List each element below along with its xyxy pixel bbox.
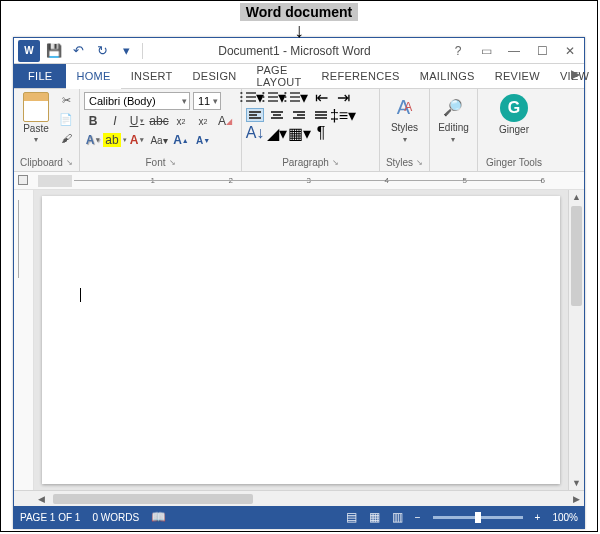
tab-references[interactable]: REFERENCES <box>312 64 410 88</box>
group-ginger: G Ginger Ginger Tools <box>478 89 550 171</box>
change-case-button[interactable]: Aa▾ <box>150 132 168 148</box>
view-web-layout-button[interactable]: ▥ <box>392 510 403 524</box>
subscript-button[interactable]: x2 <box>172 113 190 129</box>
group-label-clipboard: Clipboard↘ <box>14 156 79 171</box>
zoom-level[interactable]: 100% <box>552 512 578 523</box>
scroll-up-icon[interactable]: ▲ <box>569 192 584 202</box>
status-words[interactable]: 0 WORDS <box>92 512 139 523</box>
help-button[interactable]: ? <box>444 38 472 64</box>
group-paragraph: ▾ ▾ ▾ ⇤ ⇥ ‡≡▾ A↓ ◢▾ <box>242 89 380 171</box>
borders-button[interactable]: ▦▾ <box>290 126 308 140</box>
text-effects-button[interactable]: A <box>84 132 102 148</box>
tab-page-layout[interactable]: PAGE LAYOUT <box>247 64 312 88</box>
tab-review[interactable]: REVIEW <box>485 64 550 88</box>
bold-button[interactable]: B <box>84 113 102 129</box>
qat-customize-button[interactable]: ▾ <box>116 41 136 61</box>
horizontal-ruler[interactable] <box>14 172 584 190</box>
sort-button[interactable]: A↓ <box>246 126 264 140</box>
strikethrough-button[interactable]: abc <box>150 113 168 129</box>
shading-button[interactable]: ◢▾ <box>268 126 286 140</box>
tab-mailings[interactable]: MAILINGS <box>410 64 485 88</box>
zoom-slider-knob[interactable] <box>475 512 481 523</box>
paste-icon <box>23 92 49 122</box>
justify-button[interactable] <box>312 108 330 122</box>
decrease-indent-button[interactable]: ⇤ <box>312 90 330 104</box>
multilevel-list-button[interactable]: ▾ <box>290 90 308 104</box>
scroll-down-icon[interactable]: ▼ <box>569 478 584 488</box>
grow-font-button[interactable]: A▲ <box>172 132 190 148</box>
tab-insert[interactable]: INSERT <box>121 64 183 88</box>
font-color-button[interactable]: A <box>128 132 146 148</box>
scroll-right-icon[interactable]: ▶ <box>569 494 584 504</box>
tab-selector-icon[interactable] <box>18 175 28 185</box>
copy-button[interactable]: 📄 <box>57 111 75 127</box>
zoom-out-button[interactable]: − <box>415 512 421 523</box>
scroll-thumb-horizontal[interactable] <box>53 494 253 504</box>
superscript-button[interactable]: x2 <box>194 113 212 129</box>
minimize-button[interactable]: — <box>500 38 528 64</box>
horizontal-scrollbar[interactable]: ◀ ▶ <box>14 490 584 506</box>
font-launcher-icon[interactable]: ↘ <box>169 158 176 167</box>
align-left-button[interactable] <box>246 108 264 122</box>
vertical-ruler[interactable] <box>14 190 34 490</box>
qat-redo-button[interactable]: ↻ <box>92 41 112 61</box>
tab-design[interactable]: DESIGN <box>183 64 247 88</box>
close-button[interactable]: ✕ <box>556 38 584 64</box>
cut-button[interactable]: ✂ <box>57 92 75 108</box>
qat-separator <box>142 43 143 59</box>
view-print-layout-button[interactable]: ▦ <box>369 510 380 524</box>
underline-button[interactable]: U <box>128 113 146 129</box>
align-right-button[interactable] <box>290 108 308 122</box>
increase-indent-button[interactable]: ⇥ <box>334 90 352 104</box>
qat-save-button[interactable]: 💾 <box>44 41 64 61</box>
tab-home[interactable]: HOME <box>66 64 120 88</box>
maximize-button[interactable]: ☐ <box>528 38 556 64</box>
vertical-scrollbar[interactable]: ▲ ▼ <box>568 190 584 490</box>
tab-file[interactable]: FILE <box>14 64 66 88</box>
scroll-thumb-vertical[interactable] <box>571 206 582 306</box>
title-bar: W 💾 ↶ ↻ ▾ Document1 - Microsoft Word ? ▭… <box>14 38 584 64</box>
group-label-paragraph: Paragraph↘ <box>242 156 379 171</box>
editing-button-label: Editing <box>438 122 469 133</box>
font-size-combo[interactable]: 11 <box>193 92 221 110</box>
ginger-icon: G <box>500 94 528 122</box>
styles-launcher-icon[interactable]: ↘ <box>416 158 423 167</box>
font-name-combo[interactable]: Calibri (Body) <box>84 92 190 110</box>
scroll-left-icon[interactable]: ◀ <box>34 494 49 504</box>
align-center-button[interactable] <box>268 108 286 122</box>
ribbon-display-button[interactable]: ▭ <box>472 38 500 64</box>
clear-formatting-button[interactable]: A◢ <box>216 113 234 129</box>
group-editing: 🔎 Editing ▾ <box>430 89 478 171</box>
ginger-button[interactable]: G Ginger <box>495 92 533 135</box>
ginger-button-label: Ginger <box>499 124 529 135</box>
line-spacing-button[interactable]: ‡≡▾ <box>334 108 352 122</box>
editing-button[interactable]: 🔎 Editing ▾ <box>434 92 473 144</box>
ribbon: Paste ▾ ✂ 📄 🖌 Clipboard↘ Calibri (Body) <box>14 88 584 172</box>
view-read-mode-button[interactable]: ▤ <box>346 510 357 524</box>
document-page[interactable] <box>42 196 560 484</box>
styles-icon: AA <box>391 94 419 120</box>
zoom-slider[interactable] <box>433 516 523 519</box>
tabs-scroll-right-icon[interactable]: ▶ <box>571 67 580 81</box>
styles-button[interactable]: AA Styles ▾ <box>387 92 423 144</box>
status-proofing-icon[interactable]: 📖 <box>151 510 166 524</box>
paragraph-launcher-icon[interactable]: ↘ <box>332 158 339 167</box>
zoom-in-button[interactable]: + <box>535 512 541 523</box>
annotation-arrow-icon: ↓ <box>1 23 597 37</box>
clipboard-launcher-icon[interactable]: ↘ <box>66 158 73 167</box>
qat-undo-button[interactable]: ↶ <box>68 41 88 61</box>
highlight-button[interactable]: ab <box>106 132 124 148</box>
italic-button[interactable]: I <box>106 113 124 129</box>
format-painter-button[interactable]: 🖌 <box>57 130 75 146</box>
paste-label: Paste <box>23 123 49 134</box>
ribbon-tabs: FILE HOME INSERT DESIGN PAGE LAYOUT REFE… <box>14 64 584 88</box>
show-hide-button[interactable]: ¶ <box>312 126 330 140</box>
word-window: W 💾 ↶ ↻ ▾ Document1 - Microsoft Word ? ▭… <box>13 37 585 529</box>
shrink-font-button[interactable]: A▼ <box>194 132 212 148</box>
group-label-ginger: Ginger Tools <box>478 156 550 171</box>
group-label-editing <box>430 156 477 171</box>
group-font: Calibri (Body) 11 B I U abc x2 x2 A◢ A <box>80 89 242 171</box>
paste-dropdown-icon: ▾ <box>34 135 38 144</box>
paste-button[interactable]: Paste ▾ <box>18 92 54 144</box>
status-page[interactable]: PAGE 1 OF 1 <box>20 512 80 523</box>
